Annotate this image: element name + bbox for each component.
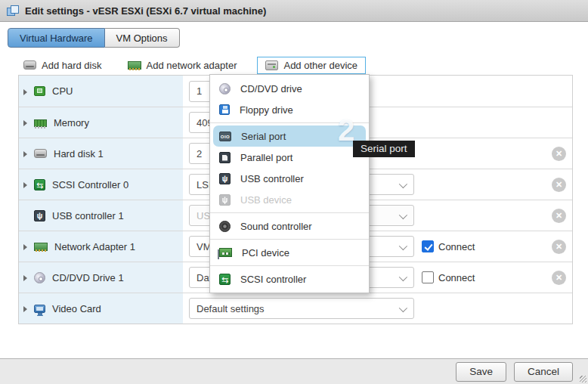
menu-item-label: Serial port bbox=[241, 131, 286, 142]
menu-item-parallel-port[interactable]: Parallel port bbox=[210, 147, 369, 168]
expand-arrow-icon[interactable] bbox=[23, 178, 34, 191]
device-cell: Hard disk 1 bbox=[19, 138, 183, 169]
device-cell: Network Adapter 1 bbox=[19, 231, 183, 262]
menu-item-scsi-controller[interactable]: SCSI controller bbox=[210, 268, 369, 290]
save-button[interactable]: Save bbox=[456, 362, 506, 382]
menu-item-pci-device[interactable]: PCI device bbox=[210, 242, 369, 263]
connect-label: Connect bbox=[438, 241, 475, 252]
device-value: 2 bbox=[197, 148, 202, 159]
menu-item-label: CD/DVD drive bbox=[240, 83, 302, 94]
menu-item-label: SCSI controller bbox=[240, 274, 306, 285]
dialog-footer: Save Cancel bbox=[0, 358, 588, 384]
tab-vm-options[interactable]: VM Options bbox=[105, 28, 180, 48]
device-cell: SCSI Controller 0 bbox=[19, 169, 183, 200]
menu-divider bbox=[210, 265, 369, 266]
remove-device-button[interactable]: ✕ bbox=[552, 178, 566, 192]
serial-port-icon: OIO bbox=[219, 132, 231, 141]
menu-item-usb-controller[interactable]: USB controller bbox=[210, 168, 369, 189]
cd-dvd-icon bbox=[34, 272, 45, 283]
device-cell: Memory bbox=[19, 107, 183, 138]
connect-checkbox[interactable] bbox=[422, 271, 434, 283]
resize-handle[interactable] bbox=[580, 376, 586, 382]
device-label: SCSI Controller 0 bbox=[52, 179, 128, 190]
device-row: Video CardDefault settings bbox=[19, 293, 572, 324]
connect-label: Connect bbox=[438, 272, 475, 283]
cpu-icon bbox=[34, 86, 45, 96]
expand-arrow-icon[interactable] bbox=[23, 147, 34, 160]
device-value: 1 bbox=[197, 85, 202, 97]
expand-arrow-icon[interactable] bbox=[23, 116, 34, 129]
scsi-controller-icon bbox=[34, 179, 45, 190]
menu-item-label: USB controller bbox=[240, 173, 304, 184]
menu-item-label: Sound controller bbox=[240, 221, 312, 232]
cancel-button[interactable]: Cancel bbox=[514, 362, 573, 382]
other-device-icon bbox=[265, 60, 278, 70]
menu-divider bbox=[210, 239, 369, 240]
menu-item-cd-dvd-drive[interactable]: CD/DVD drive bbox=[210, 78, 369, 99]
device-cell: CD/DVD Drive 1 bbox=[19, 262, 183, 293]
device-label: Video Card bbox=[52, 303, 101, 314]
parallel-port-icon bbox=[219, 152, 231, 163]
tab-bar: Virtual Hardware VM Options bbox=[8, 28, 180, 48]
hard-disk-icon bbox=[23, 60, 36, 70]
edit-settings-dialog: Edit settings - vESR ESXi (ESXi 6.7 virt… bbox=[0, 0, 588, 384]
video-card-icon bbox=[34, 305, 45, 313]
usb-device-icon bbox=[219, 194, 231, 206]
dialog-title: Edit settings - vESR ESXi (ESXi 6.7 virt… bbox=[25, 5, 266, 17]
add-device-toolbar: Add hard disk Add network adapter Add ot… bbox=[18, 55, 366, 75]
expand-arrow-icon[interactable] bbox=[23, 85, 34, 98]
expand-arrow-icon[interactable] bbox=[23, 302, 34, 315]
add-hard-disk-button[interactable]: Add hard disk bbox=[18, 57, 107, 74]
network-adapter-icon bbox=[128, 61, 141, 70]
expand-arrow-icon[interactable] bbox=[23, 271, 34, 284]
device-label: CPU bbox=[52, 85, 73, 97]
remove-device-button[interactable]: ✕ bbox=[552, 271, 566, 285]
menu-item-label: Floppy drive bbox=[240, 104, 293, 116]
sound-controller-icon bbox=[219, 221, 231, 232]
memory-icon bbox=[34, 119, 47, 127]
menu-item-label: Parallel port bbox=[240, 152, 292, 163]
menu-item-usb-device: USB device bbox=[210, 189, 369, 210]
device-value-select[interactable]: Default settings bbox=[189, 298, 414, 319]
device-value: Default settings bbox=[197, 303, 265, 314]
serial-port-tooltip: Serial port bbox=[353, 141, 415, 157]
add-other-device-menu: CD/DVD driveFloppy driveOIOSerial portPa… bbox=[209, 74, 370, 293]
expand-arrow-icon[interactable] bbox=[23, 240, 34, 253]
connect-checkbox[interactable] bbox=[422, 240, 434, 252]
remove-device-button[interactable]: ✕ bbox=[552, 209, 566, 223]
menu-item-label: USB device bbox=[240, 194, 292, 206]
device-label: Memory bbox=[54, 117, 89, 129]
dialog-titlebar: Edit settings - vESR ESXi (ESXi 6.7 virt… bbox=[0, 0, 588, 22]
remove-device-button[interactable]: ✕ bbox=[552, 147, 566, 161]
add-other-device-button[interactable]: Add other device bbox=[257, 57, 366, 74]
device-label: CD/DVD Drive 1 bbox=[52, 272, 124, 283]
tab-virtual-hardware[interactable]: Virtual Hardware bbox=[8, 28, 105, 48]
pci-device-icon bbox=[219, 248, 232, 257]
usb-controller-icon bbox=[219, 173, 231, 184]
menu-item-sound-controller[interactable]: Sound controller bbox=[210, 215, 369, 237]
device-label: Network Adapter 1 bbox=[54, 241, 135, 252]
usb-controller-icon bbox=[34, 210, 45, 221]
hard-disk-icon bbox=[34, 149, 47, 158]
device-label: USB controller 1 bbox=[52, 210, 124, 221]
device-cell: CPU bbox=[19, 76, 183, 107]
device-cell: USB controller 1 bbox=[19, 200, 183, 231]
floppy-icon bbox=[219, 104, 230, 115]
connect-checkbox-wrap: Connect bbox=[422, 271, 475, 283]
cd-dvd-icon bbox=[219, 83, 231, 94]
device-control-cell: Default settings bbox=[183, 293, 572, 324]
network-adapter-icon bbox=[34, 243, 48, 251]
menu-divider bbox=[210, 212, 369, 213]
scsi-controller-icon bbox=[219, 274, 231, 285]
device-label: Hard disk 1 bbox=[54, 148, 104, 159]
menu-item-label: PCI device bbox=[242, 247, 289, 259]
annotation-step-badge: 2 bbox=[338, 113, 354, 147]
edit-settings-icon bbox=[7, 5, 19, 16]
connect-checkbox-wrap: Connect bbox=[422, 240, 475, 252]
add-network-adapter-button[interactable]: Add network adapter bbox=[122, 57, 243, 74]
device-cell: Video Card bbox=[19, 293, 183, 324]
remove-device-button[interactable]: ✕ bbox=[552, 240, 566, 254]
